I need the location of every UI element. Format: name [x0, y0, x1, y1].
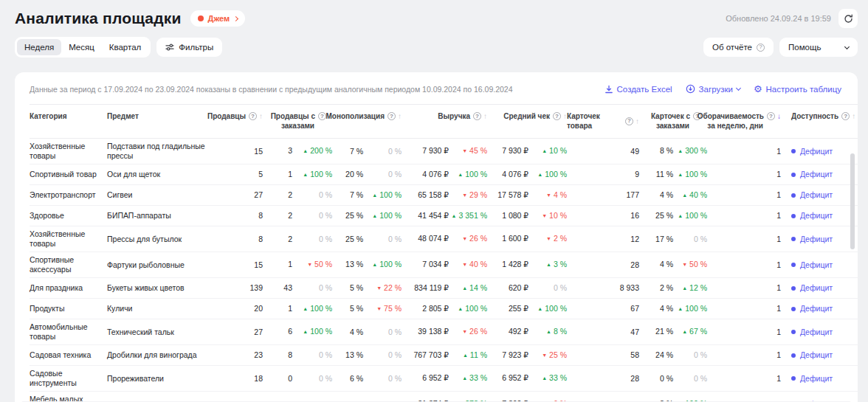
column-header-avg_check[interactable]: Средний чек?↑	[487, 111, 567, 121]
cell-cards: 28	[567, 260, 639, 270]
table-row[interactable]: Садовые инструментыПрореживатели1800 %6 …	[30, 366, 858, 392]
column-header-monopoly[interactable]: Монополизация?↑	[332, 111, 402, 121]
triangle-down-icon: ▼	[462, 236, 467, 241]
triangle-up-icon: ▲	[303, 172, 308, 177]
table-row[interactable]: Хозяйственные товарыПрессы для бутылок82…	[30, 226, 858, 252]
cell-turnover: 1	[707, 374, 781, 384]
download-icon	[604, 85, 613, 94]
downloads-label: Загрузки	[699, 85, 733, 94]
table-row[interactable]: Автомобильные товарыТехнический тальк276…	[30, 319, 858, 345]
info-icon[interactable]: ?	[625, 117, 633, 125]
cell-sellers_orders: 80 %	[263, 350, 332, 360]
info-icon[interactable]: ?	[473, 112, 481, 120]
table-row[interactable]: Садовая техникаДробилки для винограда238…	[30, 345, 858, 366]
cell-cards: 16	[567, 211, 639, 221]
table-row[interactable]: ЗдоровьеБИПАП-аппараты820 %25 %▲100 %41 …	[30, 206, 858, 226]
cell-item: Куличи	[107, 304, 218, 313]
deficit-dot-icon	[791, 193, 796, 198]
create-excel-link[interactable]: Создать Excel	[604, 84, 672, 94]
table-row[interactable]: Мебель малых формСекции с зеркалом710 %1…	[30, 392, 858, 402]
period-tab[interactable]: Месяц	[61, 39, 102, 55]
column-header-cards[interactable]: Карточек товара?↑	[567, 111, 639, 131]
info-icon[interactable]: ?	[249, 112, 257, 120]
deficit-dot-icon	[791, 330, 796, 334]
info-icon[interactable]: ?	[767, 112, 775, 120]
configure-table-link[interactable]: ⚙ Настроить таблицу	[754, 84, 841, 94]
cell-avg_check: 1 428 ₽▲3 %	[487, 260, 567, 270]
cell-sellers_orders: 20 %	[263, 235, 332, 244]
column-header-revenue[interactable]: Выручка?↑	[402, 111, 487, 121]
cell-cards_orders: 2 %▲12 %	[639, 283, 707, 294]
cell-cards: 9	[567, 170, 639, 179]
availability-status: Дефицит	[800, 304, 833, 313]
help-dropdown[interactable]: Помощь	[779, 38, 858, 57]
cell-cards: 67	[567, 304, 639, 313]
about-report-label: Об отчёте	[712, 43, 752, 52]
downloads-link[interactable]: Загрузки	[686, 84, 740, 94]
triangle-up-icon: ▲	[682, 193, 687, 198]
availability-status: Дефицит	[800, 170, 833, 179]
downloads-circle-icon	[686, 84, 695, 94]
jam-badge[interactable]: Джем	[190, 10, 246, 27]
cell-avg_check: 7 930 ₽▲10 %	[487, 146, 567, 156]
column-header-turnover[interactable]: Оборачиваемость?↓за неделю, дни	[707, 111, 781, 131]
table-row[interactable]: ПродуктыКуличи201▲100 %5 %▼75 %2 805 ₽▲1…	[30, 299, 858, 319]
deficit-dot-icon	[791, 263, 796, 267]
table-row[interactable]: ЭлектротранспортСигвеи2720 %7 %▲100 %65 …	[30, 185, 858, 206]
table-body: Хозяйственные товарыПодставки под гладил…	[30, 139, 858, 402]
info-icon[interactable]: ?	[553, 112, 561, 120]
period-tab[interactable]: Неделя	[17, 39, 61, 55]
table-row[interactable]: Для праздникаБукеты живых цветов139430 %…	[30, 278, 858, 299]
deficit-dot-icon	[791, 353, 796, 358]
vertical-scrollbar[interactable]	[850, 153, 855, 249]
filters-button[interactable]: Фильтры	[156, 38, 222, 57]
create-excel-label: Создать Excel	[617, 85, 672, 94]
about-report-button[interactable]: Об отчёте ?	[703, 38, 774, 57]
column-header-item: Предмет	[107, 111, 218, 121]
column-header-availability[interactable]: Доступность?↑	[781, 111, 849, 121]
cell-avg_check: 7 923 ₽▼25 %	[487, 350, 567, 361]
cell-turnover: 1	[707, 304, 781, 313]
info-icon[interactable]: ?	[318, 112, 326, 120]
table-row[interactable]: Спортивный товарОси для щеток51▲100 %20 …	[30, 164, 858, 185]
refresh-icon	[844, 14, 853, 24]
column-header-sellers_orders[interactable]: Продавцы с?↑заказами	[263, 111, 332, 131]
column-header-sellers[interactable]: Продавцы?↑	[218, 111, 263, 121]
cell-cards: 58	[567, 350, 639, 360]
triangle-down-icon: ▼	[542, 213, 547, 218]
cell-sellers_orders: 1▲100 %	[263, 304, 332, 314]
gear-icon: ⚙	[754, 84, 762, 94]
availability-status: Дефицит	[800, 190, 833, 200]
cell-avg_check: 4 076 ₽▲100 %	[487, 170, 567, 180]
cell-cards_orders: 17 %0 %	[639, 235, 707, 244]
cell-revenue: 2 805 ₽▲100 %	[402, 304, 487, 314]
cell-avg_check: 255 ₽▲100 %	[487, 304, 567, 314]
table-row[interactable]: Спортивные аксессуарыФартуки рыболовные1…	[30, 252, 858, 278]
cell-category: Спортивные аксессуары	[30, 255, 107, 274]
cell-availability: Дефицит	[781, 350, 849, 360]
info-icon[interactable]: ?	[388, 112, 396, 120]
table-row[interactable]: Хозяйственные товарыПодставки под гладил…	[30, 139, 858, 164]
cell-monopoly: 25 %0 %	[332, 235, 402, 244]
toolbar-right-actions: Об отчёте ? Помощь	[703, 38, 858, 57]
cell-sellers_orders: 20 %	[263, 211, 332, 221]
chevron-right-icon	[233, 15, 238, 21]
cell-monopoly: 20 %0 %	[332, 170, 402, 179]
deficit-dot-icon	[791, 214, 796, 218]
deficit-dot-icon	[791, 149, 796, 153]
cell-revenue: 4 076 ₽▲100 %	[402, 170, 487, 180]
triangle-up-icon: ▲	[303, 148, 308, 153]
column-label: Выручка	[438, 111, 470, 121]
period-tab[interactable]: Квартал	[102, 39, 148, 55]
cell-avg_check: 1 080 ₽▼10 %	[487, 211, 567, 221]
triangle-up-icon: ▲	[537, 306, 542, 311]
cell-item: Подставки под гладильные прессы	[107, 142, 218, 161]
analytics-table: КатегорияПредметПродавцы?↑Продавцы с?↑за…	[30, 104, 858, 402]
refresh-button[interactable]	[838, 9, 858, 28]
cell-cards: 49	[567, 147, 639, 156]
cell-turnover: 1	[707, 170, 781, 179]
cell-category: Продукты	[30, 304, 107, 313]
triangle-down-icon: ▼	[462, 329, 467, 334]
help-label: Помощь	[788, 43, 821, 52]
triangle-down-icon: ▼	[376, 285, 382, 291]
